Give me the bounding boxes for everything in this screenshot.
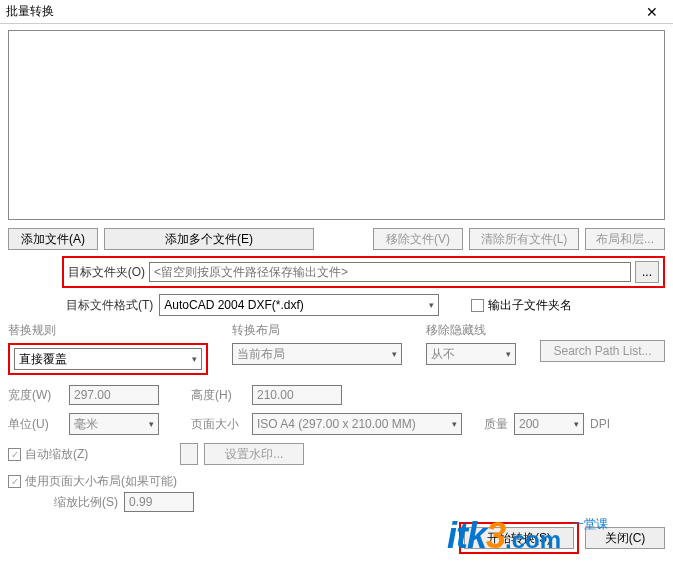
pagesize-select[interactable]: ISO A4 (297.00 x 210.00 MM) ▾ [252,413,462,435]
watermark-subtext: 一堂课 [572,516,608,533]
quality-label: 质量 [484,416,508,433]
target-format-value: AutoCAD 2004 DXF(*.dxf) [164,298,303,312]
use-page-layout-label: 使用页面大小布局(如果可能) [25,473,177,490]
chevron-down-icon: ▾ [392,349,397,359]
target-folder-input[interactable] [149,262,631,282]
chevron-down-icon: ▾ [149,419,154,429]
checkbox-box: ✓ [8,448,21,461]
convert-layout-select[interactable]: 当前布局 ▾ [232,343,402,365]
watermark-toggle[interactable] [180,443,198,465]
chevron-down-icon: ▾ [429,300,434,310]
output-subfolder-label: 输出子文件夹名 [488,297,572,314]
target-folder-label: 目标文件夹(O) [68,264,145,281]
convert-layout-header: 转换布局 [232,322,402,339]
height-input[interactable] [252,385,342,405]
add-file-button[interactable]: 添加文件(A) [8,228,98,250]
remove-hidden-header: 移除隐藏线 [426,322,516,339]
convert-layout-value: 当前布局 [237,346,285,363]
layout-layer-button[interactable]: 布局和层... [585,228,665,250]
pagesize-label: 页面大小 [191,416,246,433]
height-label: 高度(H) [191,387,246,404]
auto-scale-label: 自动缩放(Z) [25,446,88,463]
search-path-button[interactable]: Search Path List... [540,340,665,362]
clear-all-button[interactable]: 清除所有文件(L) [469,228,579,250]
replace-rule-header: 替换规则 [8,322,208,339]
file-list[interactable] [8,30,665,220]
scale-ratio-label: 缩放比例(S) [54,494,118,511]
watermark-button[interactable]: 设置水印... [204,443,304,465]
target-format-label: 目标文件格式(T) [66,297,153,314]
scale-ratio-input[interactable] [124,492,194,512]
unit-label: 单位(U) [8,416,63,433]
target-folder-highlight: 目标文件夹(O) ... [62,256,665,288]
browse-folder-button[interactable]: ... [635,261,659,283]
quality-value: 200 [519,417,539,431]
dpi-label: DPI [590,417,610,431]
replace-rule-select[interactable]: 直接覆盖 ▾ [14,348,202,370]
chevron-down-icon: ▾ [452,419,457,429]
unit-select[interactable]: 毫米 ▾ [69,413,159,435]
chevron-down-icon: ▾ [574,419,579,429]
add-multi-file-button[interactable]: 添加多个文件(E) [104,228,314,250]
remove-hidden-select[interactable]: 从不 ▾ [426,343,516,365]
width-input[interactable] [69,385,159,405]
pagesize-value: ISO A4 (297.00 x 210.00 MM) [257,417,416,431]
use-page-layout-checkbox[interactable]: ✓ 使用页面大小布局(如果可能) [8,473,177,490]
auto-scale-checkbox[interactable]: ✓ 自动缩放(Z) [8,446,88,463]
chevron-down-icon: ▾ [192,354,197,364]
output-subfolder-checkbox[interactable]: 输出子文件夹名 [471,297,572,314]
unit-value: 毫米 [74,416,98,433]
width-label: 宽度(W) [8,387,63,404]
checkbox-box: ✓ [8,475,21,488]
start-button-highlight: 开始转换(S) [459,522,579,554]
window-title: 批量转换 [6,3,637,20]
remove-hidden-value: 从不 [431,346,455,363]
remove-file-button[interactable]: 移除文件(V) [373,228,463,250]
chevron-down-icon: ▾ [506,349,511,359]
start-convert-button[interactable]: 开始转换(S) [464,527,574,549]
replace-rule-highlight: 直接覆盖 ▾ [8,343,208,375]
target-format-select[interactable]: AutoCAD 2004 DXF(*.dxf) ▾ [159,294,439,316]
quality-select[interactable]: 200 ▾ [514,413,584,435]
checkbox-box [471,299,484,312]
close-icon[interactable]: ✕ [637,4,667,20]
replace-rule-value: 直接覆盖 [19,351,67,368]
